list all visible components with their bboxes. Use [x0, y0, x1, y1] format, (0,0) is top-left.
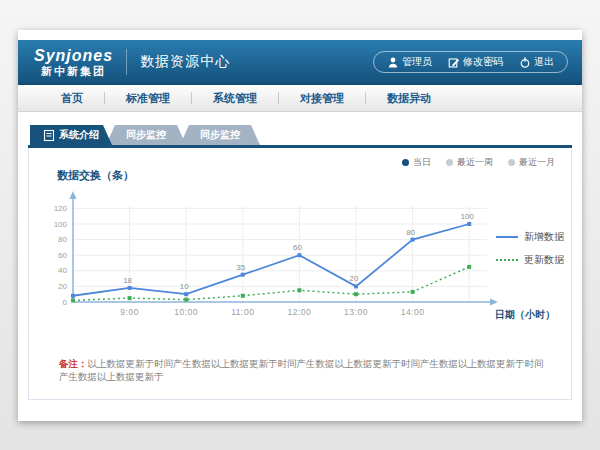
data-point-marker: [354, 284, 358, 288]
data-point-marker: [411, 238, 415, 242]
chart-panel: 当日最近一周最近一月 数据交换（条） 0204060801001209:0010…: [28, 148, 572, 400]
y-tick-label: 0: [63, 298, 68, 307]
data-point-marker: [71, 294, 75, 298]
legend-swatch: [496, 259, 518, 261]
user-toolbar: 管理员修改密码退出: [373, 51, 568, 73]
userbar-admin[interactable]: 管理员: [387, 55, 432, 69]
data-point-label: 10: [180, 282, 189, 291]
filter-option-2[interactable]: 最近一月: [508, 156, 555, 169]
radio-dot: [508, 159, 515, 166]
x-tick-label: 12:00: [288, 307, 312, 317]
note-text: 以上数据更新于时间产生数据以上数据更新于时间产生数据以上数据更新于时间产生数据以…: [59, 358, 544, 382]
y-tick-label: 100: [54, 220, 68, 229]
data-point-label: 18: [123, 276, 132, 285]
userbar-admin-label: 管理员: [402, 55, 432, 69]
footer-note: 备注：以上数据更新于时间产生数据以上数据更新于时间产生数据以上数据更新于时间产生…: [59, 358, 551, 384]
app-header: Synjones 新中新集团 数据资源中心 管理员修改密码退出: [18, 40, 582, 85]
data-point-marker: [467, 265, 471, 269]
app-title: 数据资源中心: [140, 53, 230, 71]
radio-dot: [446, 159, 453, 166]
filter-option-label: 当日: [413, 156, 431, 169]
data-point-label: 100: [461, 212, 475, 221]
data-point-marker: [297, 253, 301, 257]
user-icon: [387, 56, 399, 69]
userbar-change-password[interactable]: 修改密码: [448, 55, 503, 69]
x-axis-arrow: [490, 299, 498, 306]
header-divider: [126, 49, 127, 75]
data-point-marker: [467, 222, 471, 226]
data-point-marker: [297, 288, 301, 292]
radio-dot: [402, 159, 409, 166]
data-point-label: 35: [236, 263, 245, 272]
tab-bar: 系统介绍同步监控同步监控: [18, 125, 582, 145]
series-line-更新数据: [73, 267, 469, 301]
tab-sync-monitor-2-label: 同步监控: [200, 128, 240, 142]
legend-item: 更新数据: [496, 253, 564, 267]
legend-label: 更新数据: [524, 253, 564, 267]
data-point-label: 60: [293, 243, 302, 252]
doc-icon: [43, 129, 55, 142]
filter-option-0[interactable]: 当日: [402, 156, 431, 169]
legend-label: 新增数据: [524, 230, 564, 244]
nav-item-system-management[interactable]: 系统管理: [192, 91, 278, 106]
tab-system-intro[interactable]: 系统介绍: [30, 125, 112, 145]
brand-logo: Synjones 新中新集团: [34, 47, 113, 77]
tab-system-intro-label: 系统介绍: [59, 128, 99, 142]
userbar-logout-label: 退出: [534, 55, 554, 69]
y-tick-label: 80: [58, 235, 67, 244]
x-tick-label: 10:00: [174, 307, 198, 317]
time-range-filter: 当日最近一周最近一月: [402, 156, 555, 169]
power-icon: [519, 56, 531, 69]
x-tick-label: 14:00: [401, 307, 425, 317]
data-point-marker: [354, 292, 358, 296]
browser-page: Synjones 新中新集团 数据资源中心 管理员修改密码退出 首页标准管理系统…: [18, 30, 582, 421]
x-tick-label: 11:00: [231, 307, 254, 317]
nav-item-home[interactable]: 首页: [40, 91, 104, 106]
edit-icon: [448, 56, 460, 69]
logo-wordmark: Synjones: [34, 47, 113, 65]
filter-option-label: 最近一月: [519, 156, 555, 169]
data-point-marker: [241, 273, 245, 277]
data-point-marker: [128, 296, 132, 300]
data-point-marker: [128, 286, 132, 290]
filter-option-label: 最近一周: [457, 156, 493, 169]
data-point-marker: [184, 298, 188, 302]
data-point-marker: [241, 294, 245, 298]
nav-item-data-change[interactable]: 数据异动: [366, 91, 452, 106]
page-top-strip: [18, 30, 582, 40]
x-tick-label: 9:00: [120, 307, 139, 317]
y-axis-title: 数据交换（条）: [57, 168, 134, 183]
legend-swatch: [496, 236, 518, 238]
nav-item-docking-management[interactable]: 对接管理: [279, 91, 365, 106]
userbar-logout[interactable]: 退出: [519, 55, 554, 69]
tab-sync-monitor-1[interactable]: 同步监控: [106, 125, 186, 145]
data-point-label: 80: [406, 228, 415, 237]
data-point-marker: [71, 298, 75, 302]
data-point-label: 20: [350, 274, 359, 283]
logo-company-name: 新中新集团: [34, 65, 113, 77]
nav-item-standard-management[interactable]: 标准管理: [105, 91, 191, 106]
y-tick-label: 20: [58, 282, 67, 291]
data-exchange-line-chart: 0204060801001209:0010:0011:0012:0013:001…: [49, 188, 569, 328]
y-tick-label: 60: [58, 251, 67, 260]
x-tick-label: 13:00: [344, 307, 368, 317]
data-point-marker: [411, 290, 415, 294]
tab-sync-monitor-1-label: 同步监控: [126, 128, 166, 142]
y-axis-arrow: [70, 191, 77, 199]
main-nav: 首页标准管理系统管理对接管理数据异动: [18, 85, 582, 112]
y-tick-label: 40: [58, 266, 67, 275]
desktop-background: Synjones 新中新集团 数据资源中心 管理员修改密码退出 首页标准管理系统…: [0, 0, 600, 450]
note-prefix: 备注：: [59, 358, 88, 369]
chart-legend: 新增数据更新数据: [496, 230, 564, 276]
userbar-change-password-label: 修改密码: [463, 55, 503, 69]
tab-sync-monitor-2[interactable]: 同步监控: [180, 125, 260, 145]
x-axis-title: 日期（小时）: [495, 309, 555, 320]
filter-option-1[interactable]: 最近一周: [446, 156, 493, 169]
y-tick-label: 120: [54, 204, 68, 213]
legend-item: 新增数据: [496, 230, 564, 244]
data-point-marker: [184, 292, 188, 296]
